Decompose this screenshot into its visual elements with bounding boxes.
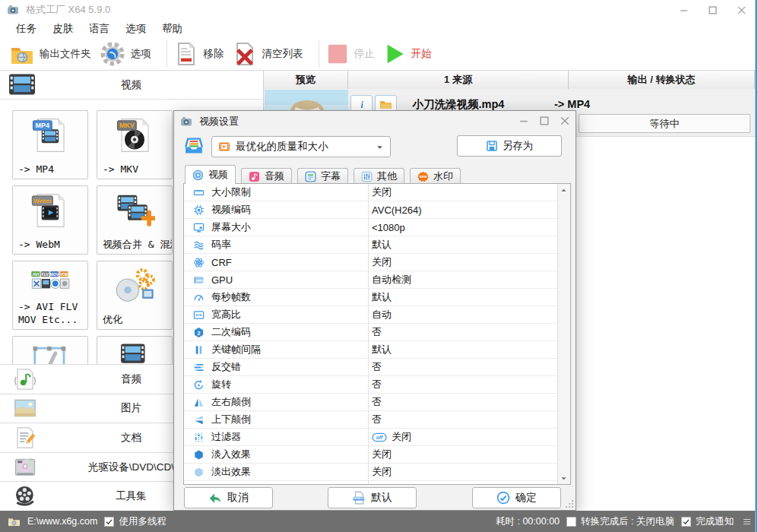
settings-tab-audio[interactable]: 音频 bbox=[241, 168, 292, 184]
settings-tab-other[interactable]: 其他 bbox=[354, 168, 404, 184]
format-card[interactable] bbox=[12, 336, 88, 364]
setting-row[interactable]: 过滤器off关闭 bbox=[184, 429, 558, 446]
video-category-header[interactable]: 视频 bbox=[0, 71, 262, 100]
format-card[interactable] bbox=[97, 336, 173, 364]
output-folder-button[interactable]: 输出文件夹 bbox=[10, 42, 91, 66]
format-card[interactable]: 优化 bbox=[97, 261, 173, 330]
setting-value[interactable]: 关闭 bbox=[372, 465, 392, 479]
statusbar-grip[interactable] bbox=[744, 519, 750, 524]
format-card[interactable]: MKV-> MKV bbox=[97, 110, 173, 179]
ok-button[interactable]: 确定 bbox=[472, 487, 561, 508]
setting-value[interactable]: 关闭 bbox=[372, 448, 392, 461]
caret-down-icon bbox=[376, 143, 384, 151]
setting-value[interactable]: off关闭 bbox=[372, 430, 411, 444]
setting-row[interactable]: 防抖 (白金功能)关闭 bbox=[184, 481, 558, 484]
setting-value[interactable]: 否 bbox=[372, 378, 382, 391]
output-path[interactable]: E:\www.x6g.com bbox=[27, 516, 97, 527]
svg-text:MOV: MOV bbox=[50, 272, 59, 277]
setting-row[interactable]: 上下颠倒否 bbox=[184, 411, 558, 429]
save-as-button[interactable]: 另存为 bbox=[457, 135, 562, 157]
notify-checkbox[interactable]: 完成通知 bbox=[681, 515, 734, 528]
options-gear-button[interactable]: 选项 bbox=[100, 41, 151, 67]
setting-value[interactable]: 自动 bbox=[372, 308, 392, 321]
format-card[interactable]: 视频合并 & 混流 bbox=[97, 185, 173, 255]
menu-item[interactable]: 皮肤 bbox=[50, 21, 75, 37]
setting-value[interactable]: 默认 bbox=[372, 238, 392, 252]
maximize-button[interactable] bbox=[709, 6, 717, 14]
format-card[interactable]: MP4-> MP4 bbox=[12, 110, 88, 179]
setting-row[interactable]: CRF关闭 bbox=[184, 254, 558, 271]
settings-tab-subtitle[interactable]: 字幕 bbox=[297, 168, 348, 184]
setting-value[interactable]: 关闭 bbox=[372, 483, 392, 484]
setting-value[interactable]: AVC(H264) bbox=[372, 204, 422, 216]
dialog-close-button[interactable] bbox=[560, 116, 569, 125]
shutdown-after-checkbox[interactable]: 转换完成后 : 关闭电脑 bbox=[566, 515, 674, 528]
settings-tab-video[interactable]: 视频 bbox=[185, 165, 236, 184]
setting-row[interactable]: 2二次编码否 bbox=[184, 324, 558, 341]
queue-column-header[interactable]: 预览 bbox=[264, 71, 348, 89]
setting-row[interactable]: 关键帧间隔默认 bbox=[184, 341, 558, 359]
setting-value[interactable]: 关闭 bbox=[372, 185, 392, 199]
setting-row[interactable]: 宽高比自动 bbox=[184, 306, 558, 324]
scroll-up-icon[interactable] bbox=[558, 184, 569, 196]
setting-value[interactable]: 否 bbox=[372, 325, 382, 339]
setting-row[interactable]: 每秒帧数默认 bbox=[184, 289, 558, 306]
setting-value[interactable]: 否 bbox=[372, 395, 382, 409]
setting-row[interactable]: 码率默认 bbox=[184, 236, 558, 254]
settings-tab-watermark[interactable]: NEW水印 bbox=[410, 168, 461, 184]
setting-value-text: 默认 bbox=[372, 290, 392, 304]
dialog-minimize-button[interactable] bbox=[519, 116, 528, 125]
setting-value[interactable]: <1080p bbox=[372, 222, 405, 233]
output-path-folder-icon[interactable] bbox=[8, 515, 21, 528]
format-card[interactable]: Webm-> WebM bbox=[12, 185, 88, 255]
checkbox-box[interactable] bbox=[681, 517, 691, 527]
setting-label: 每秒帧数 bbox=[211, 290, 251, 304]
resize-grip[interactable] bbox=[566, 500, 573, 508]
setting-value[interactable]: 否 bbox=[372, 413, 382, 426]
tab-other-icon bbox=[361, 171, 373, 182]
clear-list-button[interactable]: 清空列表 bbox=[233, 42, 303, 66]
preset-dropdown[interactable]: 最优化的质量和大小 bbox=[211, 136, 391, 157]
checkbox-box[interactable] bbox=[566, 517, 576, 527]
checkbox-box[interactable] bbox=[104, 517, 114, 527]
setting-value[interactable]: 自动检测 bbox=[372, 273, 411, 287]
stop-square-button[interactable]: 停止 bbox=[326, 43, 375, 65]
svg-text:DEFAULT: DEFAULT bbox=[353, 497, 366, 500]
setting-row[interactable]: GPUGPU自动检测 bbox=[184, 271, 558, 289]
setting-row[interactable]: 旋转否 bbox=[184, 376, 558, 394]
save-floppy-icon bbox=[486, 140, 498, 152]
svg-text:VOB: VOB bbox=[59, 272, 68, 277]
toolbar-separator bbox=[319, 40, 319, 68]
menu-item[interactable]: 语言 bbox=[87, 21, 112, 37]
menu-item[interactable]: 任务 bbox=[14, 21, 39, 37]
setting-value[interactable]: 默认 bbox=[372, 290, 392, 304]
stabilize-icon bbox=[193, 484, 205, 485]
queue-column-header[interactable]: 输出 / 转换状态 bbox=[569, 71, 755, 89]
scroll-down-icon[interactable] bbox=[558, 472, 569, 484]
default-button[interactable]: DEFAULT默认 bbox=[328, 487, 417, 508]
setting-row[interactable]: 大小限制关闭 bbox=[184, 184, 558, 201]
setting-row[interactable]: 反交错否 bbox=[184, 359, 558, 376]
setting-row[interactable]: 淡出效果关闭 bbox=[184, 464, 558, 481]
menu-item[interactable]: 选项 bbox=[123, 21, 148, 37]
setting-row[interactable]: 屏幕大小<1080p bbox=[184, 219, 558, 236]
close-button[interactable] bbox=[737, 6, 746, 14]
setting-row[interactable]: 左右颠倒否 bbox=[184, 394, 558, 411]
setting-row[interactable]: 视频编码AVC(H264) bbox=[184, 201, 558, 219]
toolbar-button-label: 停止 bbox=[354, 47, 375, 61]
start-play-button[interactable]: 开始 bbox=[383, 43, 432, 65]
dialog-maximize-button[interactable] bbox=[540, 116, 549, 125]
setting-value[interactable]: 关闭 bbox=[372, 255, 392, 269]
remove-doc-button[interactable]: 移除 bbox=[174, 42, 224, 66]
setting-value[interactable]: 否 bbox=[372, 360, 382, 374]
default-label: 默认 bbox=[371, 491, 392, 505]
menu-item[interactable]: 帮助 bbox=[160, 21, 185, 37]
setting-row[interactable]: 淡入效果关闭 bbox=[184, 446, 558, 464]
scrollbar[interactable] bbox=[557, 184, 570, 484]
queue-column-header[interactable]: 1 来源 bbox=[348, 71, 569, 89]
multithread-checkbox[interactable]: 使用多线程 bbox=[104, 515, 167, 528]
setting-value[interactable]: 默认 bbox=[372, 343, 392, 356]
cancel-button[interactable]: 取消 bbox=[184, 487, 273, 508]
format-card[interactable]: AVIFLVMOVVOB-> AVI FLV MOV Etc... bbox=[12, 261, 88, 330]
minimize-button[interactable] bbox=[680, 6, 688, 14]
